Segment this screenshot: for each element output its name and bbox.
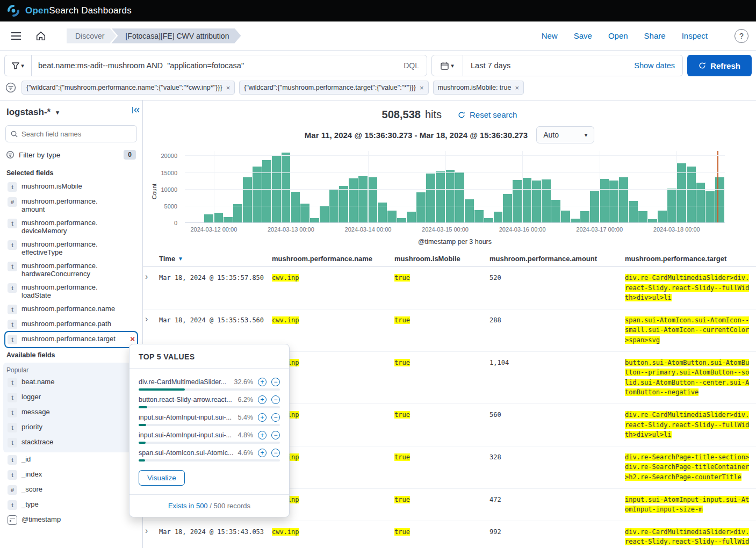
field-item-mushroom.performance.target[interactable]: tmushroom.​performance.​target×: [5, 332, 137, 347]
remove-filter-icon[interactable]: ×: [420, 84, 424, 92]
histogram-bar[interactable]: [291, 192, 300, 223]
histogram-bar[interactable]: [465, 199, 474, 223]
histogram-bar[interactable]: [619, 177, 628, 223]
histogram-bar[interactable]: [339, 186, 348, 223]
histogram-bar[interactable]: [387, 211, 397, 223]
calendar-icon[interactable]: ▾: [432, 55, 463, 76]
nav-action-open[interactable]: Open: [608, 31, 628, 40]
histogram-bar[interactable]: [513, 180, 522, 223]
histogram-bar[interactable]: [282, 153, 291, 223]
filter-out-value-icon[interactable]: −: [271, 395, 280, 404]
visualize-button[interactable]: Visualize: [139, 470, 185, 486]
filter-for-value-icon[interactable]: +: [258, 431, 267, 439]
refresh-button[interactable]: Refresh: [687, 55, 752, 76]
remove-filter-icon[interactable]: ×: [226, 84, 231, 92]
histogram-bar[interactable]: [300, 204, 309, 223]
sort-desc-icon[interactable]: ▼: [178, 256, 183, 262]
filter-out-value-icon[interactable]: −: [271, 413, 280, 422]
filter-pill[interactable]: mushroom.isMobile: true×: [433, 81, 524, 95]
histogram-bar[interactable]: [262, 160, 271, 223]
field-item-mushroom.performance.loadState[interactable]: tmushroom.​performance.​loadState: [5, 280, 137, 302]
menu-icon[interactable]: [8, 27, 25, 45]
histogram-bar[interactable]: [455, 172, 464, 223]
field-item-beat.name[interactable]: tbeat.​name: [5, 375, 137, 390]
histogram-bar[interactable]: [368, 177, 377, 223]
column-header-mushroom.performance.name[interactable]: mushroom.performance.name: [272, 255, 394, 263]
histogram-bar[interactable]: [436, 171, 445, 223]
index-pattern-selector[interactable]: logstash-* ▾: [5, 105, 137, 120]
nav-action-new[interactable]: New: [542, 31, 558, 40]
histogram-bar[interactable]: [253, 167, 262, 223]
histogram-bar[interactable]: [580, 211, 589, 223]
histogram-bar[interactable]: [658, 211, 667, 223]
nav-action-share[interactable]: Share: [644, 31, 666, 40]
field-item-mushroom.performance.name[interactable]: tmushroom.​performance.​name: [5, 302, 137, 317]
field-item-mushroom.performance.hardwareConcurrency[interactable]: tmushroom.​performance.​hardwareConcurre…: [5, 259, 137, 280]
histogram-bar[interactable]: [590, 191, 599, 223]
filter-by-type-button[interactable]: Filter by type 0: [5, 147, 137, 165]
time-range-value[interactable]: Last 7 days: [463, 61, 627, 70]
remove-filter-icon[interactable]: ×: [515, 84, 519, 92]
nav-action-save[interactable]: Save: [574, 31, 592, 40]
histogram-bar[interactable]: [426, 174, 435, 223]
filter-options-icon[interactable]: [4, 81, 17, 94]
histogram-bar[interactable]: [522, 178, 531, 223]
column-header-mushroom.performance.target[interactable]: mushroom.performance.target: [625, 255, 756, 263]
exists-in-link[interactable]: Exists in 500: [168, 502, 208, 510]
histogram-bar[interactable]: [474, 210, 484, 223]
histogram-bar[interactable]: [416, 192, 426, 223]
collapse-sidebar-icon[interactable]: [132, 106, 140, 114]
filter-pill[interactable]: {"wildcard":{"mushroom.performance.targe…: [239, 81, 428, 95]
filter-out-value-icon[interactable]: −: [271, 378, 280, 386]
field-search-input[interactable]: [21, 130, 132, 138]
field-item-mushroom.performance.effectiveType[interactable]: tmushroom.​performance.​effectiveType: [5, 237, 137, 259]
histogram-bar[interactable]: [609, 181, 618, 223]
filter-for-value-icon[interactable]: +: [258, 378, 267, 386]
breadcrumb-item[interactable]: Discover: [67, 28, 116, 44]
filter-for-value-icon[interactable]: +: [258, 413, 267, 422]
show-dates-button[interactable]: Show dates: [627, 61, 682, 70]
query-input[interactable]: [32, 61, 396, 70]
histogram-bar[interactable]: [358, 176, 368, 223]
histogram-bar[interactable]: [551, 200, 560, 223]
histogram-bar[interactable]: [320, 206, 329, 223]
help-icon[interactable]: ?: [735, 29, 748, 43]
column-header-time[interactable]: Time▼: [159, 255, 272, 263]
reset-search-button[interactable]: Reset search: [458, 110, 517, 119]
expand-row-icon[interactable]: ›: [145, 272, 148, 281]
field-item-logger[interactable]: tlogger: [5, 390, 137, 405]
expand-row-icon[interactable]: ›: [145, 526, 148, 535]
remove-field-icon[interactable]: ×: [130, 335, 135, 343]
field-item-mushroom.performance.path[interactable]: tmushroom.​performance.​path: [5, 317, 137, 332]
field-item-mushroom.performance.deviceMemory[interactable]: tmushroom.​performance.​deviceMemory: [5, 216, 137, 237]
histogram-bar[interactable]: [638, 211, 647, 223]
histogram-bar[interactable]: [542, 179, 551, 223]
histogram-bar[interactable]: [503, 194, 512, 223]
expand-row-icon[interactable]: ›: [145, 314, 148, 323]
histogram-bar[interactable]: [445, 170, 455, 223]
field-item-priority[interactable]: tpriority: [5, 420, 137, 435]
home-icon[interactable]: [32, 27, 49, 45]
filter-out-value-icon[interactable]: −: [271, 449, 280, 457]
field-item-mushroom.isMobile[interactable]: tmushroom.​isMobile: [5, 179, 137, 194]
histogram-bar[interactable]: [214, 213, 223, 223]
histogram-bar[interactable]: [629, 201, 638, 223]
field-item-_index[interactable]: t_index: [5, 467, 137, 482]
column-header-mushroom.performance.amount[interactable]: mushroom.performance.amount: [489, 255, 625, 263]
histogram-bar[interactable]: [243, 177, 252, 223]
histogram-bar[interactable]: [233, 204, 242, 223]
saved-query-menu-icon[interactable]: ▾: [5, 55, 32, 76]
field-item-mushroom.performance.amount[interactable]: #mushroom.​performance.​amount: [5, 194, 137, 216]
histogram-bar[interactable]: [407, 212, 416, 223]
histogram-bar[interactable]: [561, 211, 570, 223]
field-item-_score[interactable]: #_score: [5, 482, 137, 497]
field-item-_type[interactable]: t_type: [5, 497, 137, 513]
query-language-button[interactable]: DQL: [396, 61, 427, 70]
field-item-message[interactable]: tmessage: [5, 405, 137, 420]
interval-select[interactable]: Auto ▾: [536, 126, 594, 143]
field-item-stacktrace[interactable]: tstacktrace: [5, 435, 137, 450]
filter-for-value-icon[interactable]: +: [258, 395, 267, 404]
filter-pill[interactable]: {"wildcard":{"mushroom.performance.name"…: [21, 81, 235, 95]
filter-out-value-icon[interactable]: −: [271, 431, 280, 439]
nav-action-inspect[interactable]: Inspect: [682, 31, 708, 40]
